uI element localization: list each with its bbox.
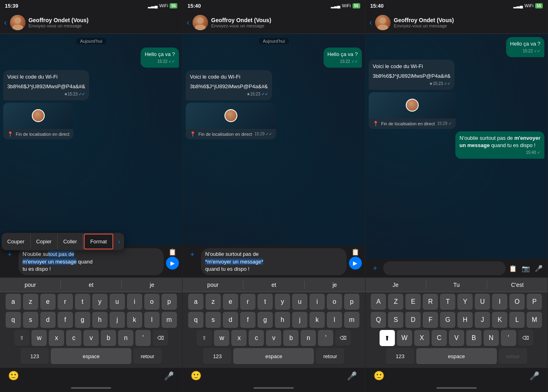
input-box-2[interactable]: N'oublie surtout pas de*m'envoyer un mes… [201,248,346,275]
key-space-2[interactable]: espace [233,348,314,364]
mic-input-icon-3[interactable]: 🎤 [533,263,544,274]
key-n[interactable]: n [118,330,133,346]
key-w-2[interactable]: w [214,330,229,346]
mic-button-3[interactable]: 🎤 [529,371,540,381]
clipboard-icon[interactable]: 📋 [168,248,176,256]
send-button-1[interactable]: ▶ [166,257,179,270]
key-r[interactable]: r [58,294,73,310]
key-k-2[interactable]: k [309,312,325,328]
suggestion-je-2[interactable]: je [305,282,365,288]
key-a[interactable]: a [6,294,21,310]
key-G-3[interactable]: G [440,312,455,328]
key-f-2[interactable]: f [240,312,255,328]
key-R-3[interactable]: R [423,294,438,310]
key-return-3[interactable]: retour [499,348,527,364]
input-box-3[interactable] [383,261,506,275]
key-f[interactable]: f [58,312,73,328]
key-F-3[interactable]: F [423,312,438,328]
key-d-2[interactable]: d [223,312,238,328]
key-J-3[interactable]: J [475,312,490,328]
input-box-1[interactable]: N'oublie sutout pas dem'envoyer un messa… [19,248,164,275]
key-j[interactable]: j [110,312,125,328]
back-button-2[interactable]: ‹ [187,18,189,27]
key-o[interactable]: o [144,294,160,310]
mic-button-2[interactable]: 🎤 [347,371,357,381]
key-e[interactable]: e [40,294,56,310]
key-j-2[interactable]: j [292,312,307,328]
key-s-2[interactable]: s [206,312,221,328]
key-D-3[interactable]: D [405,312,421,328]
key-x[interactable]: x [49,330,64,346]
add-button-2[interactable]: + [186,248,199,261]
key-t[interactable]: t [75,294,90,310]
suggestion-je-3[interactable]: Je [365,282,426,288]
key-A-3[interactable]: A [371,294,386,310]
key-P-3[interactable]: P [527,294,542,310]
key-c-2[interactable]: c [249,330,264,346]
key-shift-3[interactable]: ⬆ [380,330,395,346]
key-m[interactable]: m [162,312,177,328]
key-space[interactable]: espace [51,348,131,364]
key-z[interactable]: z [23,294,38,310]
key-g[interactable]: g [75,312,90,328]
key-v[interactable]: v [83,330,99,346]
key-123-3[interactable]: 123 [386,348,414,364]
key-c[interactable]: c [66,330,81,346]
back-button-1[interactable]: ‹ [4,18,7,27]
key-p[interactable]: p [162,294,177,310]
camera-icon-3[interactable]: 📷 [520,263,531,274]
ctx-more[interactable]: › [114,235,124,249]
key-w[interactable]: w [31,330,47,346]
emoji-button-1[interactable]: 🙂 [8,371,19,381]
key-delete-2[interactable]: ⌫ [335,330,351,346]
key-l-2[interactable]: l [327,312,342,328]
ctx-copier[interactable]: Copier [31,234,58,249]
key-b-2[interactable]: b [283,330,299,346]
key-apos[interactable]: ' [135,330,151,346]
emoji-button-3[interactable]: 🙂 [374,371,384,381]
key-u-2[interactable]: u [292,294,307,310]
clipboard-icon-2[interactable]: 📋 [351,248,359,256]
key-d[interactable]: d [40,312,56,328]
ctx-format[interactable]: Format [84,234,113,249]
key-n-2[interactable]: n [301,330,316,346]
key-X-3[interactable]: X [414,330,430,346]
key-C-3[interactable]: C [432,330,447,346]
key-V-3[interactable]: V [449,330,464,346]
back-button-3[interactable]: ‹ [369,18,372,27]
key-E-3[interactable]: E [405,294,421,310]
key-u[interactable]: u [110,294,125,310]
ctx-coller[interactable]: Coller [58,234,83,249]
key-B-3[interactable]: B [466,330,482,346]
send-button-2[interactable]: ▶ [349,257,362,270]
key-Y-3[interactable]: Y [457,294,473,310]
key-apos-2[interactable]: ' [318,330,333,346]
key-q-2[interactable]: q [188,312,203,328]
key-O-3[interactable]: O [509,294,525,310]
key-t-2[interactable]: t [257,294,273,310]
key-p-2[interactable]: p [344,294,359,310]
key-o-2[interactable]: o [327,294,342,310]
key-z-2[interactable]: z [206,294,221,310]
suggestion-et[interactable]: et [61,282,121,288]
key-S-3[interactable]: S [388,312,403,328]
key-k[interactable]: k [127,312,142,328]
key-return[interactable]: retour [133,348,162,364]
key-x-2[interactable]: x [231,330,247,346]
key-L-3[interactable]: L [509,312,525,328]
key-q[interactable]: q [6,312,21,328]
key-H-3[interactable]: H [457,312,473,328]
key-return-2[interactable]: retour [316,348,344,364]
key-h[interactable]: h [92,312,108,328]
key-m-2[interactable]: m [344,312,359,328]
suggestion-pour[interactable]: pour [0,282,60,288]
add-button-1[interactable]: + [3,248,16,261]
key-W-3[interactable]: W [397,330,412,346]
add-button-3[interactable]: + [369,262,382,275]
key-y-2[interactable]: y [275,294,290,310]
key-i-2[interactable]: i [309,294,325,310]
key-space-3[interactable]: espace [416,348,497,364]
key-e-2[interactable]: e [223,294,238,310]
key-v-2[interactable]: v [266,330,281,346]
key-T-3[interactable]: T [440,294,455,310]
